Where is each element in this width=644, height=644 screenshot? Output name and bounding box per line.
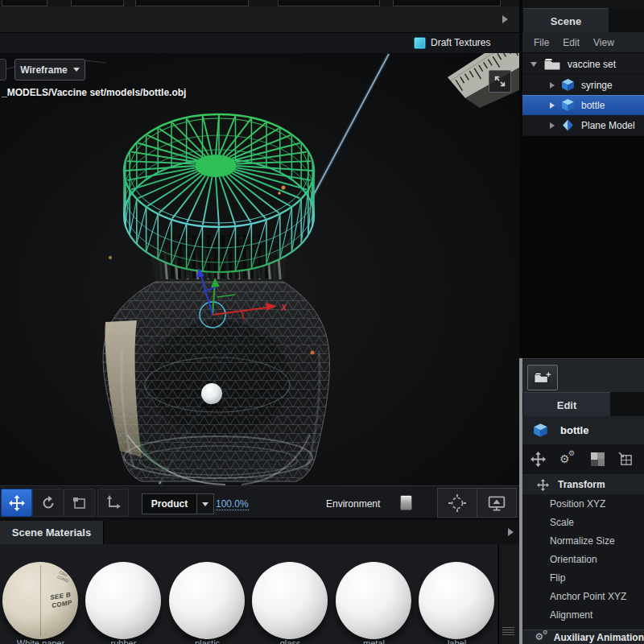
environment-toggle[interactable] (400, 495, 412, 510)
inner-sphere (201, 383, 222, 404)
wireframe-mode-dropdown[interactable]: Wireframe (14, 59, 85, 80)
rotate-icon (40, 495, 56, 511)
menu-edit[interactable]: Edit (563, 37, 580, 48)
expand-arrow-icon[interactable] (550, 102, 555, 109)
top-tab[interactable] (135, 0, 249, 6)
scene-materials-tab[interactable]: Scene Materials (0, 521, 104, 544)
axes-tool-button[interactable] (97, 489, 129, 517)
transform-item-anchor-point-xyz[interactable]: Anchor Point XYZ (522, 587, 644, 605)
cube-icon (561, 98, 575, 112)
3d-viewport[interactable]: X Wireframe _MODELS/Vaccine set/models/b… (0, 53, 519, 485)
crosshair-icon (448, 494, 466, 512)
material-sphere[interactable] (169, 562, 245, 639)
tree-item-label: syringe (581, 80, 613, 91)
view-mode-button-partial[interactable] (0, 59, 6, 80)
zoom-level-link[interactable]: 100.0% (216, 498, 249, 510)
material-item[interactable]: glass (252, 544, 328, 644)
material-item[interactable]: plastic (169, 544, 246, 644)
model-path-text: _MODELS/Vaccine set/models/bottle.obj (2, 87, 186, 98)
right-panel: Scene File Edit View vaccine set syringe (522, 0, 644, 644)
material-sphere-white-paper[interactable]: SEE BCOMP CAUCOND (2, 562, 78, 639)
rotate-tool-button[interactable] (32, 489, 64, 517)
material-item[interactable]: metal (336, 544, 412, 644)
expand-arrow-icon[interactable] (550, 82, 555, 89)
transform-item-alignment[interactable]: Alignment (522, 605, 644, 624)
material-name: plastic (169, 638, 246, 644)
gears-icon: ⚙⚙ (535, 631, 547, 643)
material-name: glass (252, 638, 328, 644)
material-sphere[interactable] (85, 562, 161, 639)
add-folder-button[interactable] (527, 365, 558, 390)
move-icon (9, 495, 25, 511)
transform-item-orientation[interactable]: Orientation (522, 550, 644, 568)
scene-tree-empty-area[interactable] (522, 136, 644, 358)
chevron-down-icon (73, 68, 80, 72)
screen-icon (488, 494, 506, 512)
material-name: label (419, 638, 495, 644)
edit-panel-tabbar: Edit (522, 392, 644, 416)
top-tab[interactable] (71, 0, 124, 6)
transform-item-position-xyz[interactable]: Position XYZ (522, 494, 644, 513)
bottle-cap-wireframe[interactable] (124, 114, 314, 279)
top-tab[interactable] (278, 0, 380, 6)
tree-actions-row (522, 358, 644, 393)
edited-object-row: bottle (522, 416, 644, 445)
tree-item-vaccine-set[interactable]: vaccine set (522, 54, 644, 75)
tree-item-label: bottle (581, 100, 605, 111)
menu-file[interactable]: File (534, 37, 549, 48)
tab-edit[interactable]: Edit (523, 392, 610, 417)
material-name: metal (336, 638, 412, 644)
collapse-arrow-icon[interactable] (530, 62, 537, 67)
move-tool-button[interactable] (1, 489, 32, 517)
transform-item-flip[interactable]: Flip (522, 568, 644, 587)
transform-items-list: Position XYZ Scale Normalize Size Orient… (522, 494, 644, 630)
region-tool-button[interactable] (64, 489, 95, 517)
transform-item-normalize-size[interactable]: Normalize Size (522, 531, 644, 550)
wireframe-dropdown-label: Wireframe (20, 64, 68, 76)
material-item[interactable]: rubber (85, 544, 162, 644)
auxiliary-animation-section-header[interactable]: ⚙⚙ Auxiliary Animation (522, 630, 644, 644)
draft-textures-checkbox[interactable] (414, 37, 426, 49)
top-tab[interactable] (2, 0, 47, 6)
expand-arrow-icon[interactable] (550, 122, 555, 129)
tree-item-plane-model[interactable]: Plane Model (522, 115, 644, 136)
region-icon (72, 495, 88, 511)
material-name: rubber (85, 638, 162, 644)
toolbar-expand-arrow-icon[interactable] (502, 15, 508, 23)
recenter-camera-button[interactable] (437, 488, 477, 518)
projection-category-icon[interactable] (618, 452, 634, 467)
material-sphere[interactable] (252, 562, 328, 639)
scene-materials-list: SEE BCOMP CAUCOND White paper rubber pla… (0, 544, 497, 644)
materials-scrollbar[interactable] (498, 544, 520, 644)
3d-scene-canvas[interactable]: X (0, 53, 519, 485)
material-sphere[interactable] (419, 562, 494, 639)
present-on-screen-button[interactable] (477, 488, 517, 518)
environment-label: Environment (326, 498, 376, 510)
transform-section-label: Transform (558, 479, 605, 490)
material-name: White paper (2, 638, 79, 644)
transform-item-scale[interactable]: Scale (522, 513, 644, 531)
tree-item-label: Plane Model (581, 120, 635, 131)
properties-category-icon[interactable]: ⚙⚙ (559, 452, 577, 467)
gizmo-x-axis-label: X (280, 303, 287, 312)
main-toolbar (0, 6, 519, 33)
material-sphere[interactable] (336, 562, 411, 639)
transform-category-icon[interactable] (530, 452, 546, 467)
scene-menu-bar: File Edit View (522, 32, 644, 53)
scroll-grip[interactable] (502, 623, 514, 639)
tree-item-bottle-selected[interactable]: bottle (522, 95, 644, 116)
tab-scene[interactable]: Scene (523, 8, 609, 33)
top-tab[interactable] (393, 0, 501, 6)
material-item[interactable]: label (419, 544, 495, 644)
materials-expand-arrow-icon[interactable] (508, 528, 514, 536)
material-item[interactable]: SEE BCOMP CAUCOND White paper (2, 544, 79, 644)
edit-category-icons: ⚙⚙ (522, 444, 644, 475)
diamond-icon (561, 118, 575, 132)
camera-preset-dropdown[interactable]: Product (142, 493, 214, 514)
fullscreen-button[interactable] (489, 70, 511, 93)
transform-section-header[interactable]: Transform (522, 475, 644, 495)
menu-view[interactable]: View (593, 37, 614, 48)
materials-category-icon[interactable] (591, 452, 605, 466)
application-window: Draft Textures (0, 0, 644, 644)
tree-item-syringe[interactable]: syringe (522, 75, 644, 96)
